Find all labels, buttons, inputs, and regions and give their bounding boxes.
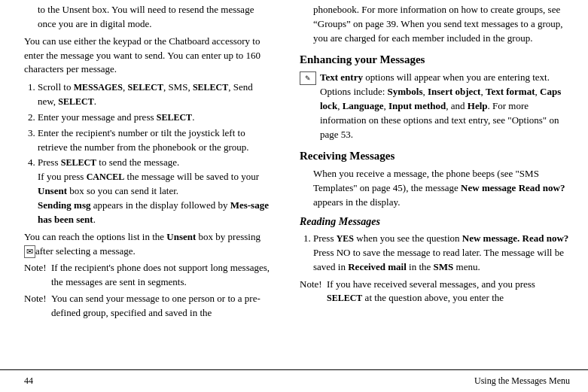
reading-note-label: Note!	[300, 278, 327, 306]
keypad-para: You can use either the keypad or the Cha…	[24, 35, 273, 77]
content-area: to the Unsent box. You will need to rese…	[0, 0, 588, 369]
icon-note: ✎ Text entry options will appear when yo…	[300, 71, 570, 141]
help-bold: Help	[468, 100, 488, 111]
note1-row: Note! If the recipient's phone does not …	[24, 261, 273, 290]
note2-label: Note!	[24, 292, 51, 321]
step1-text: Scroll to MESSAGES, SELECT, SMS, SELECT,…	[38, 81, 253, 107]
note1-text: If the recipient's phone does not suppor…	[51, 261, 273, 290]
sending-msg: Sending msg appears in the display follo…	[38, 199, 269, 225]
note2-row: Note! You can send your message to one p…	[24, 292, 273, 321]
input-bold: Input method	[388, 100, 446, 111]
received-mail-bold: Received mail	[348, 261, 407, 272]
step1-select3: SELECT	[58, 96, 93, 107]
step-2: Enter your message and press SELECT.	[38, 111, 273, 125]
note1-label: Note!	[24, 261, 51, 290]
footer: 44 Using the Messages Menu	[0, 369, 588, 392]
insert-bold: Insert object	[428, 86, 480, 97]
unsent-options-para: You can reach the options list in the Un…	[24, 230, 273, 259]
step-4: Press SELECT to send the message. If you…	[38, 156, 273, 226]
step4-select: SELECT	[61, 157, 96, 168]
phonebook-para: phonebook. For more information on how t…	[313, 3, 570, 46]
icon-note-text: Text entry options will appear when you …	[320, 71, 570, 141]
right-column: phonebook. For more information on how t…	[286, 0, 588, 369]
step3-text: Enter the recipient's number or tilt the…	[38, 127, 249, 153]
section-title: Using the Messages Menu	[474, 375, 570, 387]
envelope-icon: ✉	[24, 245, 35, 259]
note2-text: You can send your message to one person …	[51, 292, 273, 321]
reading-note-text: If you have received several messages, a…	[327, 278, 570, 306]
cancel-note: If you press CANCEL the message will be …	[38, 171, 259, 196]
step2-select: SELECT	[157, 112, 192, 123]
step-3: Enter the recipient's number or tilt the…	[38, 126, 273, 155]
step4-text: Press SELECT to send the message.	[38, 156, 179, 168]
steps-list: Scroll to MESSAGES, SELECT, SMS, SELECT,…	[38, 81, 273, 226]
new-message-read-bold: New message. Read now?	[462, 232, 569, 244]
sms-bold: SMS	[434, 261, 454, 272]
step2-text: Enter your message and press SELECT.	[38, 111, 194, 123]
step1-messages: MESSAGES	[74, 82, 123, 93]
enhancing-heading: Enhancing your Messages	[300, 52, 570, 68]
left-column: to the Unsent box. You will need to rese…	[0, 0, 286, 369]
step1-select1: SELECT	[128, 82, 163, 93]
reading-steps: Press YES when you see the question New …	[313, 232, 570, 275]
text-entry-label: Text entry	[320, 71, 363, 83]
reading-step1-text: Press YES when you see the question New …	[313, 232, 568, 272]
cancel-smallcaps: CANCEL	[87, 172, 125, 182]
step-1: Scroll to MESSAGES, SELECT, SMS, SELECT,…	[38, 81, 273, 109]
unsent-para: to the Unsent box. You will need to rese…	[38, 3, 273, 32]
reading-select-smallcaps: SELECT	[327, 293, 362, 303]
reading-note-row: Note! If you have received several messa…	[300, 278, 570, 306]
format-bold: Text format	[486, 86, 535, 97]
unsent-bold: Unsent	[38, 185, 67, 196]
sending-bold1: Sending msg	[38, 199, 90, 211]
symbols-bold: Symbols	[388, 86, 423, 97]
new-message-bold: New message Read now?	[461, 182, 565, 193]
language-bold: Language	[343, 100, 384, 111]
step1-select2: SELECT	[193, 82, 228, 93]
unsent-bold2: Unsent	[166, 231, 196, 242]
page-number: 44	[24, 375, 33, 387]
page-container: to the Unsent box. You will need to rese…	[0, 0, 588, 392]
reading-step1: Press YES when you see the question New …	[313, 232, 570, 275]
receiving-para: When you receive a message, the phone be…	[313, 167, 570, 210]
yes-smallcaps: YES	[337, 233, 354, 244]
receiving-heading: Receiving Messages	[300, 148, 570, 165]
reading-heading: Reading Messages	[300, 214, 570, 229]
text-entry-icon: ✎	[300, 71, 316, 85]
